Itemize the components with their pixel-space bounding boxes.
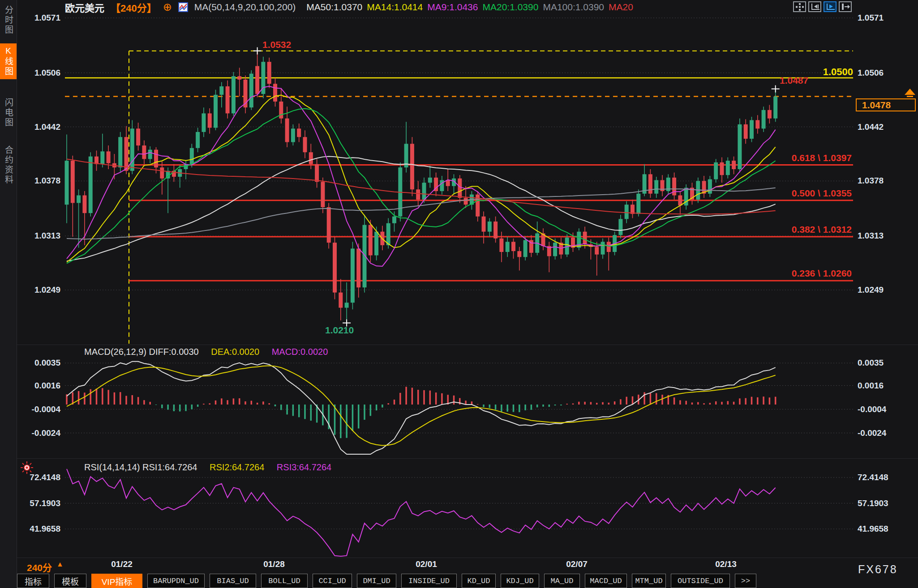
bottom-tab-outsideud[interactable]: OUTSIDE_UD bbox=[671, 574, 730, 588]
bottom-tab-macdud[interactable]: MACD_UD bbox=[585, 574, 627, 588]
panel-divider bbox=[17, 458, 918, 459]
current-price-value: 1.0478 bbox=[862, 100, 891, 111]
period-selector[interactable]: 240分 ▲ bbox=[27, 560, 64, 574]
rsi-dot-icon bbox=[20, 460, 34, 477]
panel-divider bbox=[17, 345, 918, 345]
bottom-tab-[interactable]: >> bbox=[735, 574, 756, 588]
recent-high-label: 1.0487 bbox=[780, 75, 808, 86]
bottom-tab-bollud[interactable]: BOLL_UD bbox=[261, 574, 308, 588]
bottom-tab-biasud[interactable]: BIAS_UD bbox=[210, 574, 256, 588]
rsi-header: RSI(14,14,14) RSI1:64.7264 RSI2:64.7264 … bbox=[84, 462, 341, 473]
bottom-tab-barupdnud[interactable]: BARUPDN_UD bbox=[147, 574, 205, 588]
bottom-tab-maud[interactable]: MA_UD bbox=[544, 574, 580, 588]
bottom-tab-mtmud[interactable]: MTM_UD bbox=[632, 574, 666, 588]
macd-dea-value: DEA:0.0020 bbox=[211, 347, 259, 357]
bottom-tab-[interactable]: 指标 bbox=[17, 574, 49, 588]
app-screen: 分时图K线图闪电图合约资料 欧元美元 【240分】 ⊕ MA(50,14,9,2… bbox=[0, 0, 918, 588]
rsi2-value: RSI2:64.7264 bbox=[210, 462, 264, 472]
rsi-title: RSI(14,14,14) RSI1:64.7264 bbox=[84, 462, 197, 472]
macd-title: MACD(26,12,9) DIFF:0.0030 bbox=[84, 347, 199, 357]
current-price-box: 1.0478 bbox=[856, 98, 916, 111]
bottom-tab-vip[interactable]: VIP指标 bbox=[91, 574, 142, 588]
period-up-arrow-icon: ▲ bbox=[56, 560, 64, 574]
macd-header: MACD(26,12,9) DIFF:0.0030 DEA:0.0020 MAC… bbox=[84, 347, 338, 357]
panel-divider bbox=[17, 558, 918, 558]
bottom-tab-kdjud[interactable]: KDJ_UD bbox=[501, 574, 539, 588]
macd-value: MACD:0.0020 bbox=[272, 347, 328, 357]
bottom-tab-dmiud[interactable]: DMI_UD bbox=[357, 574, 396, 588]
watermark: FX678 bbox=[858, 563, 898, 576]
period-selector-label: 240分 bbox=[27, 560, 52, 574]
high-label: 1.0532 bbox=[262, 39, 291, 50]
bottom-tab-cciud[interactable]: CCI_UD bbox=[313, 574, 352, 588]
bottom-tab-insideud[interactable]: INSIDE_UD bbox=[401, 574, 457, 588]
bottom-tab-kdud[interactable]: KD_UD bbox=[462, 574, 496, 588]
bottom-tab-[interactable]: 模板 bbox=[54, 574, 86, 588]
bottom-tab-bar: 指标模板VIP指标BARUPDN_UDBIAS_UDBOLL_UDCCI_UDD… bbox=[17, 574, 756, 588]
low-label: 1.0210 bbox=[325, 325, 354, 336]
main-chart-canvas[interactable] bbox=[0, 0, 918, 588]
rsi3-value: RSI3:64.7264 bbox=[277, 462, 331, 472]
price-alert-arrow-icon[interactable] bbox=[904, 88, 916, 99]
